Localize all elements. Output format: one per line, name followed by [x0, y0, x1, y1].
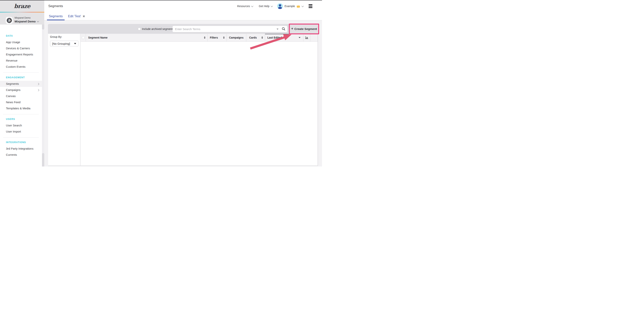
sidebar-item-custom-events[interactable]: Custom Events: [0, 64, 42, 70]
sidebar-item-user-import[interactable]: User Import: [0, 129, 42, 135]
include-archived-label: Include archived segments: [142, 24, 174, 34]
tab-edit-test[interactable]: Edit 'Test' ✖: [66, 12, 87, 20]
header-checkbox-cell: [81, 34, 86, 42]
column-label: Campaigns: [229, 36, 244, 39]
sort-desc-caret-icon[interactable]: [298, 37, 300, 38]
get-help-menu[interactable]: Get Help: [259, 5, 272, 8]
resources-label: Resources: [237, 5, 250, 8]
search-input[interactable]: Enter Search Terms: [172, 26, 287, 32]
chevron-down-icon: [37, 20, 39, 22]
user-name: Example: [284, 5, 295, 8]
header-right-group: Resources Get Help Example: [237, 0, 312, 12]
column-last-edited[interactable]: Last Edited: [265, 34, 304, 42]
active-sort-column-indicator: [265, 34, 304, 34]
sidebar-item-currents[interactable]: Currents: [0, 152, 42, 158]
column-campaigns[interactable]: Campaigns: [227, 34, 246, 42]
sidebar-item-3rd-party-integrations[interactable]: 3rd Party Integrations: [0, 146, 42, 152]
column-spacer: [310, 34, 318, 42]
resources-menu[interactable]: Resources: [237, 5, 253, 8]
nav-section-users: USERS: [6, 118, 42, 120]
workspace-name: Mixpanel Demo: [14, 20, 36, 23]
group-by-panel: [48, 34, 80, 166]
nav-section-engagement: ENGAGEMENT: [6, 76, 42, 79]
chevron-right-icon: [37, 83, 39, 85]
tab-bar: Segments Edit 'Test' ✖: [44, 12, 322, 20]
braze-logo: braze: [14, 3, 30, 10]
table-bottom-border: [48, 166, 318, 166]
divider: [3, 114, 39, 114]
brand-gradient-bar: [0, 12, 44, 13]
divider: [3, 73, 39, 73]
nav-section-integrations: INTEGRATIONS: [6, 141, 42, 144]
sidebar-item-campaigns[interactable]: Campaigns: [0, 87, 42, 93]
sidebar-item-templates-media[interactable]: Templates & Media: [0, 105, 42, 111]
column-label: Segment Name: [88, 36, 108, 39]
sidebar-item-news-feed[interactable]: News Feed: [0, 99, 42, 105]
workspace-app-icon[interactable]: b: [6, 17, 13, 24]
sidebar-item-label: Segments: [6, 82, 19, 85]
search-dropdown-caret-icon[interactable]: [276, 29, 278, 30]
crown-icon: [296, 5, 300, 8]
sidebar-item-engagement-reports[interactable]: Engagement Reports: [0, 51, 42, 58]
sidebar-scrollbar-thumb[interactable]: [42, 25, 44, 30]
account-menu[interactable]: Example: [284, 5, 304, 8]
chevron-right-icon: [37, 89, 39, 91]
plus-icon: +: [291, 27, 293, 31]
workspace-company: Mixpanel Demo: [14, 17, 30, 19]
nav-section-data: DATA: [6, 35, 42, 37]
column-label: Cards: [249, 36, 257, 39]
tab-label: Segments: [49, 15, 63, 18]
group-by-select[interactable]: [No Grouping]: [50, 41, 78, 47]
column-cards[interactable]: Cards: [246, 34, 265, 42]
column-label: Last Edited: [268, 36, 282, 39]
search-placeholder: Enter Search Terms: [175, 28, 200, 31]
sort-icon[interactable]: [262, 37, 263, 39]
avatar-shoulders-icon: [278, 7, 282, 9]
hamburger-menu-icon[interactable]: [308, 4, 312, 8]
workspace-switcher[interactable]: Mixpanel Demo: [14, 20, 39, 23]
user-avatar[interactable]: [277, 3, 283, 9]
chevron-down-icon: [74, 43, 76, 44]
select-all-checkbox[interactable]: [82, 36, 84, 39]
column-segment-name[interactable]: Segment Name: [86, 34, 208, 42]
group-by-value: [No Grouping]: [52, 42, 70, 45]
sidebar-item-label: Campaigns: [6, 88, 20, 92]
group-by-label: Group By:: [50, 35, 62, 38]
column-filters[interactable]: Filters: [208, 34, 227, 42]
sidebar-item-devices-carriers[interactable]: Devices & Carriers: [0, 45, 42, 51]
sidebar-logo-block: braze: [0, 0, 44, 12]
table-header-row: Segment Name Filters Campaigns Cards Las…: [81, 34, 318, 42]
braze-b-icon: b: [7, 18, 12, 23]
column-analytics[interactable]: [304, 34, 310, 42]
chevron-down-icon: [251, 5, 254, 7]
sidebar-item-revenue[interactable]: Revenue: [0, 58, 42, 64]
sidebar-item-user-search[interactable]: User Search: [0, 122, 42, 129]
include-archived-checkbox[interactable]: [138, 28, 141, 30]
sort-icon[interactable]: [223, 37, 225, 39]
sidebar-scrollbar-track[interactable]: [42, 25, 44, 167]
close-icon[interactable]: ✖: [83, 15, 85, 18]
sidebar-item-segments[interactable]: Segments: [0, 81, 42, 87]
sidebar-item-canvas[interactable]: Canvas: [0, 93, 42, 99]
create-segment-button[interactable]: + Create Segment: [290, 25, 318, 33]
bar-chart-icon: [305, 36, 308, 39]
search-icon[interactable]: [282, 27, 286, 31]
window-top-edge: [0, 0, 322, 1]
segments-table-body: [81, 42, 318, 166]
column-label: Filters: [210, 36, 218, 39]
chevron-down-icon: [302, 5, 304, 7]
get-help-label: Get Help: [259, 5, 269, 8]
page-title: Segments: [48, 0, 63, 12]
chevron-down-icon: [271, 5, 273, 7]
sidebar-nav: DATA App Usage Devices & Carriers Engage…: [0, 25, 42, 167]
create-segment-label: Create Segment: [294, 27, 317, 31]
tab-label: Edit 'Test': [68, 15, 81, 18]
sidebar-scrollbar-thumb[interactable]: [42, 153, 44, 167]
tab-segments[interactable]: Segments: [47, 12, 64, 20]
sort-icon[interactable]: [204, 37, 206, 39]
sidebar-item-app-usage[interactable]: App Usage: [0, 39, 42, 45]
avatar-head-icon: [279, 4, 281, 7]
divider: [3, 137, 39, 138]
